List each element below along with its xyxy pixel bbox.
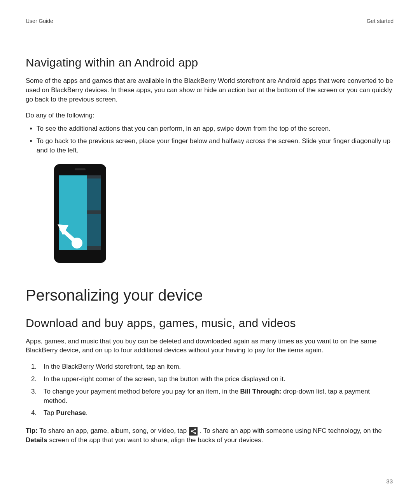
step-item: 2. In the upper-right corner of the scre…	[31, 374, 394, 384]
tip-label: Tip:	[26, 427, 38, 434]
svg-line-12	[192, 429, 195, 431]
section2-intro: Apps, games, and music that you buy can …	[26, 337, 394, 355]
step-text: In the upper-right corner of the screen,…	[44, 374, 394, 384]
section1-bullets: To see the additional actions that you c…	[26, 124, 394, 155]
page-number: 33	[386, 478, 393, 485]
step-item: 3. To change your payment method before …	[31, 387, 394, 406]
chapter-heading-personalizing: Personalizing your device	[26, 287, 394, 304]
svg-rect-8	[75, 168, 86, 170]
step-text: Tap Purchase.	[44, 408, 394, 418]
share-icon	[189, 427, 198, 436]
page-header: User Guide Get started	[26, 18, 394, 24]
phone-swipe-illustration	[53, 163, 394, 266]
step-item: 4. Tap Purchase.	[31, 408, 394, 418]
page: User Guide Get started Navigating within…	[0, 0, 420, 504]
bold-bill-through: Bill Through:	[240, 388, 282, 395]
bullet-item: To see the additional actions that you c…	[37, 124, 394, 133]
svg-point-7	[72, 238, 82, 248]
bold-details: Details	[26, 436, 47, 444]
section-heading-download: Download and buy apps, games, music, and…	[26, 317, 394, 330]
step-number: 2.	[31, 374, 44, 384]
section-heading-navigating: Navigating within an Android app	[26, 56, 394, 69]
step-text: To change your payment method before you…	[44, 387, 394, 406]
section1-lead: Do any of the following:	[26, 111, 394, 120]
svg-rect-3	[87, 214, 101, 246]
bold-purchase: Purchase	[56, 409, 86, 416]
header-right: Get started	[367, 18, 394, 24]
header-left: User Guide	[26, 18, 53, 24]
step-number: 1.	[31, 362, 44, 371]
step-text: In the BlackBerry World storefront, tap …	[44, 362, 394, 371]
tip-paragraph: Tip: To share an app, game, album, song,…	[26, 426, 394, 445]
section1-intro: Some of the apps and games that are avai…	[26, 76, 394, 104]
step-item: 1. In the BlackBerry World storefront, t…	[31, 362, 394, 371]
section2-steps: 1. In the BlackBerry World storefront, t…	[26, 362, 394, 418]
svg-rect-2	[87, 178, 101, 210]
step-number: 3.	[31, 387, 44, 406]
bullet-item: To go back to the previous screen, place…	[37, 136, 394, 155]
step-number: 4.	[31, 408, 44, 418]
svg-line-13	[192, 431, 195, 433]
